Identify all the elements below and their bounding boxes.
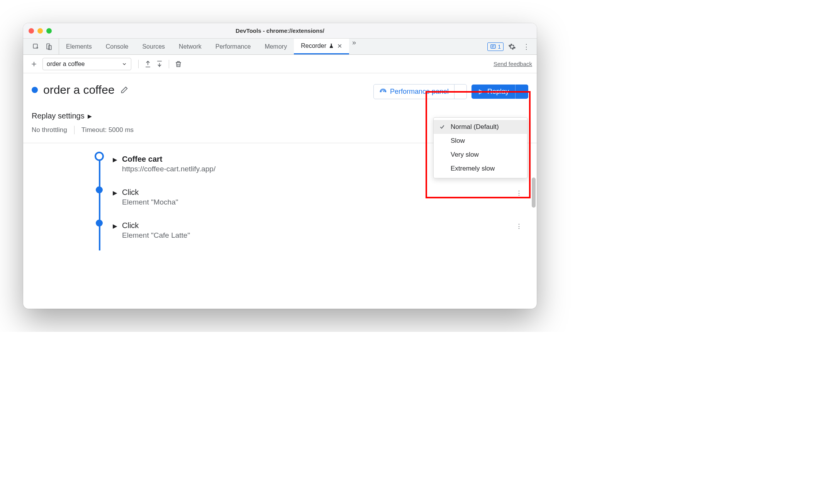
step-title: Click (122, 188, 514, 197)
speed-option-label: Very slow (451, 151, 479, 159)
chevron-down-icon (458, 90, 463, 94)
tab-memory[interactable]: Memory (258, 39, 294, 54)
chevron-up-icon (520, 90, 524, 94)
speed-option-very-slow[interactable]: Very slow (434, 148, 527, 162)
divider (74, 126, 75, 134)
step-content: Click Element "Cafe Latte" (122, 221, 514, 240)
recorder-toolbar: order a coffee Send feedback (23, 55, 537, 73)
recording-title-row: order a coffee (32, 83, 129, 96)
svg-rect-3 (491, 44, 495, 48)
edit-title-button[interactable] (120, 86, 129, 94)
step-marker-icon (96, 220, 103, 227)
tab-performance[interactable]: Performance (209, 39, 258, 54)
toolbar-icons (137, 60, 182, 68)
speed-option-slow[interactable]: Slow (434, 134, 527, 148)
step-content: Click Element "Mocha" (122, 188, 514, 206)
performance-panel-main[interactable]: Performance panel (374, 85, 454, 99)
step-menu-icon[interactable]: ⋮ (514, 188, 524, 198)
tab-label: Memory (265, 43, 287, 50)
panel-tabs: Elements Console Sources Network Perform… (59, 39, 359, 54)
window-controls (29, 28, 52, 34)
replay-label: Replay (487, 88, 509, 96)
recording-title: order a coffee (43, 83, 115, 96)
speed-option-extremely-slow[interactable]: Extremely slow (434, 162, 527, 176)
tab-label: Network (179, 43, 202, 50)
replay-speed-dropdown[interactable] (515, 85, 528, 99)
replay-speed-menu: Normal (Default) Slow Very slow Extremel… (433, 117, 527, 178)
tab-elements[interactable]: Elements (59, 39, 99, 54)
chevron-down-icon (122, 61, 127, 67)
tab-label: Console (106, 43, 129, 50)
scrollbar-thumb[interactable] (532, 178, 536, 208)
import-icon[interactable] (156, 60, 163, 68)
close-tab-icon[interactable]: ✕ (337, 42, 342, 50)
header-actions: Performance panel Replay (373, 84, 528, 99)
more-tabs-icon[interactable]: » (349, 39, 359, 54)
issues-count: 1 (498, 44, 501, 50)
step-menu-icon[interactable]: ⋮ (514, 221, 524, 232)
expand-step-icon[interactable]: ▶ (113, 223, 117, 230)
issues-badge[interactable]: 1 (487, 42, 504, 51)
recording-indicator-icon (32, 87, 38, 93)
divider (138, 60, 139, 68)
tab-network[interactable]: Network (172, 39, 209, 54)
performance-panel-button: Performance panel (373, 84, 467, 99)
minimize-window-button[interactable] (37, 28, 43, 34)
expand-step-icon[interactable]: ▶ (113, 156, 117, 163)
timeout-value: Timeout: 5000 ms (81, 126, 134, 134)
export-icon[interactable] (144, 60, 152, 68)
send-feedback-link[interactable]: Send feedback (494, 61, 532, 67)
gauge-icon (379, 88, 387, 96)
experiment-icon (329, 43, 334, 49)
select-element-icon[interactable] (30, 41, 42, 52)
tab-label: Performance (215, 43, 251, 50)
step-marker-icon (95, 152, 104, 161)
chevron-right-icon: ▶ (88, 113, 92, 119)
step-item: ▶ Click Element "Cafe Latte" ⋮ (93, 217, 527, 250)
step-subtitle: Element "Mocha" (122, 198, 514, 206)
speed-option-label: Slow (451, 137, 465, 145)
performance-panel-dropdown[interactable] (454, 85, 466, 99)
tab-console[interactable]: Console (99, 39, 136, 54)
inspect-tools (26, 39, 59, 54)
tab-label: Recorder (301, 42, 326, 49)
performance-panel-label: Performance panel (390, 88, 449, 96)
tabbar-actions: 1 ⋮ (487, 39, 534, 54)
recording-select-label: order a coffee (47, 61, 85, 68)
device-toolbar-icon[interactable] (43, 41, 55, 52)
devtools-window: DevTools - chrome://extensions/ Elements… (23, 23, 537, 309)
play-icon (478, 89, 484, 95)
step-subtitle: Element "Cafe Latte" (122, 231, 514, 240)
tab-sources[interactable]: Sources (135, 39, 172, 54)
speed-option-label: Normal (Default) (451, 123, 499, 131)
tab-label: Sources (142, 43, 165, 50)
more-options-icon[interactable]: ⋮ (521, 42, 532, 51)
replay-settings-label: Replay settings (32, 112, 85, 120)
tab-label: Elements (66, 43, 92, 50)
speed-option-label: Extremely slow (451, 165, 495, 173)
new-recording-button[interactable] (28, 58, 40, 70)
close-window-button[interactable] (29, 28, 34, 34)
replay-main[interactable]: Replay (471, 85, 515, 99)
maximize-window-button[interactable] (46, 28, 52, 34)
check-icon (439, 124, 446, 130)
window-title: DevTools - chrome://extensions/ (236, 27, 324, 34)
recording-select[interactable]: order a coffee (42, 58, 131, 70)
titlebar: DevTools - chrome://extensions/ (23, 23, 537, 39)
step-item: ▶ Click Element "Mocha" ⋮ (93, 184, 527, 217)
step-marker-icon (96, 186, 103, 193)
speed-option-normal[interactable]: Normal (Default) (434, 120, 527, 134)
step-title: Click (122, 221, 514, 230)
recording-header: order a coffee Performance panel Replay (23, 73, 537, 103)
throttling-value: No throttling (32, 126, 67, 134)
divider (169, 60, 169, 68)
panel-tabbar: Elements Console Sources Network Perform… (23, 39, 537, 55)
replay-button: Replay (471, 85, 528, 99)
delete-icon[interactable] (175, 60, 182, 68)
tab-recorder[interactable]: Recorder ✕ (294, 39, 349, 54)
expand-step-icon[interactable]: ▶ (113, 189, 117, 196)
settings-icon[interactable] (506, 43, 518, 51)
